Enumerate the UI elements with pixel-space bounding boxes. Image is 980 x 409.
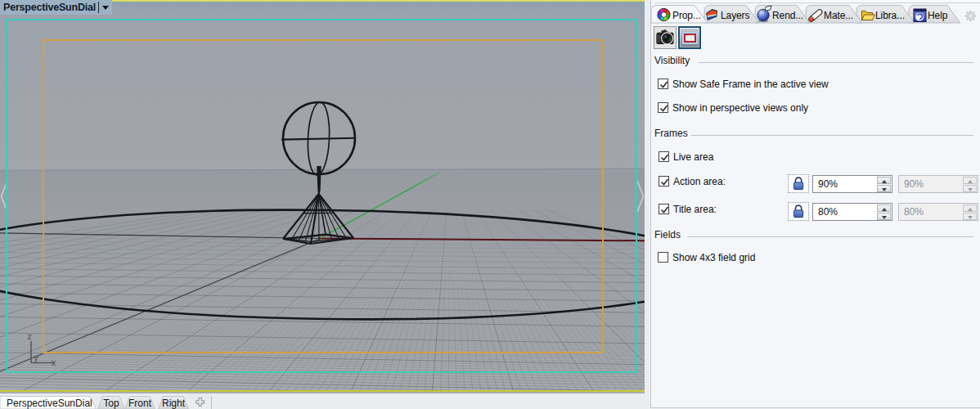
- svg-text:PerspectiveSunDial: PerspectiveSunDial: [7, 398, 92, 409]
- svg-text:Help: Help: [928, 10, 948, 21]
- svg-text:Libra...: Libra...: [875, 10, 905, 21]
- svg-text:Layers: Layers: [721, 10, 750, 21]
- svg-text:Right: Right: [162, 398, 186, 409]
- svg-text:Front: Front: [128, 398, 152, 409]
- svg-text:Top: Top: [103, 398, 119, 409]
- svg-text:Mate...: Mate...: [824, 10, 853, 21]
- svg-text:Prop...: Prop...: [672, 10, 701, 21]
- svg-text:Rend...: Rend...: [772, 10, 803, 21]
